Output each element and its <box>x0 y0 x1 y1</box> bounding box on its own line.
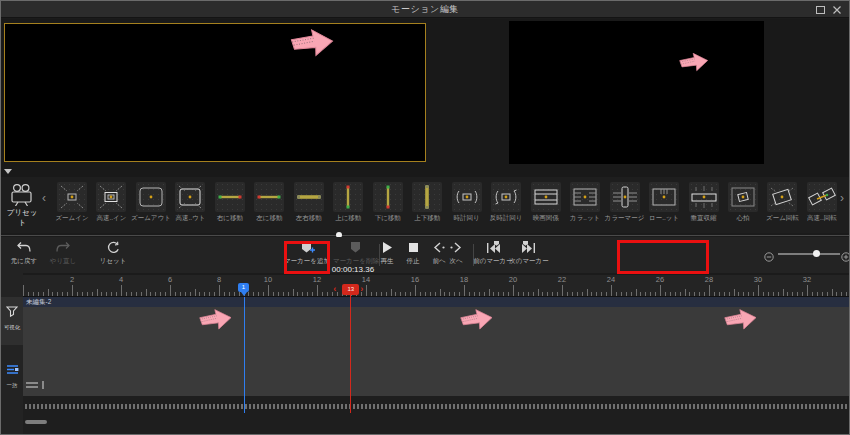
preset-item[interactable]: ズームイン <box>53 182 92 223</box>
pink-arrow-graphic[interactable] <box>722 307 759 335</box>
zoom-in-icon[interactable] <box>841 248 850 266</box>
maximize-icon[interactable] <box>813 4 827 15</box>
reset-button[interactable]: リセット <box>96 240 130 266</box>
ruler-tick <box>214 292 215 296</box>
pink-arrow-graphic[interactable] <box>287 26 336 65</box>
sidebar-item-visualize[interactable]: 可視化 <box>1 297 23 345</box>
preset-item[interactable]: 上に移動 <box>329 182 368 223</box>
zoom-out-icon[interactable] <box>764 248 774 266</box>
motion-edit-canvas[interactable] <box>4 23 426 162</box>
preset-item[interactable]: 高速..イン <box>92 182 131 223</box>
preset-item[interactable]: 心拍 <box>723 182 762 223</box>
stop-button[interactable]: 停止 <box>399 240 427 266</box>
preset-thumbnail-move-down-icon[interactable] <box>373 182 403 212</box>
horizontal-scrollbar[interactable] <box>25 420 47 424</box>
presets-scroll-right-icon[interactable]: › <box>840 191 844 205</box>
preset-thumbnail-color-cut-icon[interactable] <box>570 182 600 212</box>
timeline-zoom-slider[interactable] <box>778 253 840 255</box>
preset-thumbnail-move-right-icon[interactable] <box>215 182 245 212</box>
undo-button[interactable]: 元に戻す <box>7 240 41 266</box>
next-marker-button[interactable]: 次のマーカー <box>507 240 551 266</box>
ruler-tick <box>391 289 392 296</box>
preset-item[interactable]: 上下移動 <box>408 182 447 223</box>
preset-thumbnail-pulse-icon[interactable] <box>728 182 758 212</box>
ruler-tick <box>150 292 151 296</box>
sidebar-item-batch[interactable]: 一括 <box>1 361 23 390</box>
preset-item[interactable]: 反時計回り <box>487 182 526 223</box>
ruler-tick <box>312 292 313 296</box>
ruler-tick <box>366 285 367 296</box>
ruler-tick <box>209 292 210 296</box>
marker-flag[interactable]: 1 <box>238 283 249 296</box>
presets-scroll-left-icon[interactable]: ‹ <box>42 191 46 205</box>
ruler-tick <box>743 292 744 296</box>
preset-item[interactable]: 右に移動 <box>210 182 249 223</box>
ruler-tick <box>469 292 470 296</box>
preset-thumbnail-zoom-rotate-icon[interactable] <box>767 182 797 212</box>
preset-thumbnail-zoom-in-fast-icon[interactable] <box>96 182 126 212</box>
preset-item[interactable]: ズーム回転 <box>763 182 802 223</box>
preset-thumbnail-zoom-in-icon[interactable] <box>57 182 87 212</box>
preset-thumbnail-move-ud-icon[interactable] <box>412 182 442 212</box>
preset-thumbnail-move-lr-icon[interactable] <box>294 182 324 212</box>
step-forward-button[interactable]: 次へ <box>442 240 470 266</box>
ruler-tick <box>405 292 406 296</box>
playhead-handle[interactable]: 13 <box>342 284 359 295</box>
dialog-title: モーション編集 <box>1 3 849 16</box>
timeline-ruler[interactable]: 2468101214161820222426283032 <box>23 275 850 297</box>
preset-thumbnail-fast-rotate-icon[interactable] <box>807 182 837 212</box>
preset-thumbnail-move-left-icon[interactable] <box>254 182 284 212</box>
ruler-tick <box>219 285 220 296</box>
preset-thumbnail-rotate-ccw-icon[interactable] <box>491 182 521 212</box>
pink-arrow-graphic[interactable] <box>197 307 234 335</box>
preset-thumbnail-low-cut-icon[interactable] <box>649 182 679 212</box>
batch-icon <box>1 361 23 379</box>
redo-button[interactable]: やり直し <box>46 240 80 266</box>
play-icon <box>373 240 401 254</box>
pink-arrow-graphic[interactable] <box>458 307 495 335</box>
ruler-tick <box>293 289 294 296</box>
marker-line[interactable] <box>244 297 245 413</box>
close-icon[interactable] <box>830 4 844 15</box>
ruler-tick <box>440 289 441 296</box>
ruler-tick <box>204 292 205 296</box>
preset-thumbnail-cinema-icon[interactable] <box>531 182 561 212</box>
preset-thumbnail-color-merge-icon[interactable] <box>610 182 640 212</box>
preset-item[interactable]: カラ..ット <box>566 182 605 223</box>
ruler-tick <box>689 292 690 296</box>
play-button[interactable]: 再生 <box>373 240 401 266</box>
preset-item[interactable]: ズームアウト <box>131 182 170 223</box>
collapse-presets-icon[interactable] <box>4 169 12 174</box>
preset-thumbnail-rotate-cw-icon[interactable] <box>452 182 482 212</box>
preset-item[interactable]: カラーマージ <box>605 182 644 223</box>
preset-item[interactable]: 映画関係 <box>526 182 565 223</box>
ruler-label: 8 <box>209 275 229 284</box>
ruler-tick <box>704 292 705 296</box>
preset-thumbnail-move-up-icon[interactable] <box>333 182 363 212</box>
ruler-tick <box>621 292 622 296</box>
preset-item[interactable]: 左に移動 <box>250 182 289 223</box>
preset-item[interactable]: 高速..回転 <box>802 182 841 223</box>
preset-item[interactable]: 垂直収縮 <box>684 182 723 223</box>
timeline-zoom-slider-thumb[interactable] <box>813 250 820 257</box>
ruler-tick <box>817 292 818 296</box>
preset-thumbnail-zoom-out-fast-icon[interactable] <box>175 182 205 212</box>
ruler-label: 22 <box>552 275 572 284</box>
preset-thumbnail-zoom-out-icon[interactable] <box>136 182 166 212</box>
preset-thumbnail-shrink-v-icon[interactable] <box>689 182 719 212</box>
ruler-tick <box>493 292 494 296</box>
playhead-nudge-icon[interactable]: ‹ <box>333 284 336 295</box>
timeline-track-area[interactable] <box>23 307 850 396</box>
ruler-label: 18 <box>454 275 474 284</box>
preset-item[interactable]: 高速..ウト <box>171 182 210 223</box>
playhead-line[interactable] <box>350 285 351 413</box>
playhead-nudge-icon[interactable]: › <box>360 284 363 295</box>
preset-item[interactable]: ロー..ット <box>645 182 684 223</box>
ruler-tick <box>611 285 612 296</box>
preset-item[interactable]: 時計回り <box>447 182 486 223</box>
track-header-row[interactable]: 未編集-2 <box>23 297 850 307</box>
ruler-tick <box>185 292 186 296</box>
ruler-tick <box>263 292 264 296</box>
preset-item[interactable]: 下に移動 <box>368 182 407 223</box>
preset-item[interactable]: 左右移動 <box>289 182 328 223</box>
